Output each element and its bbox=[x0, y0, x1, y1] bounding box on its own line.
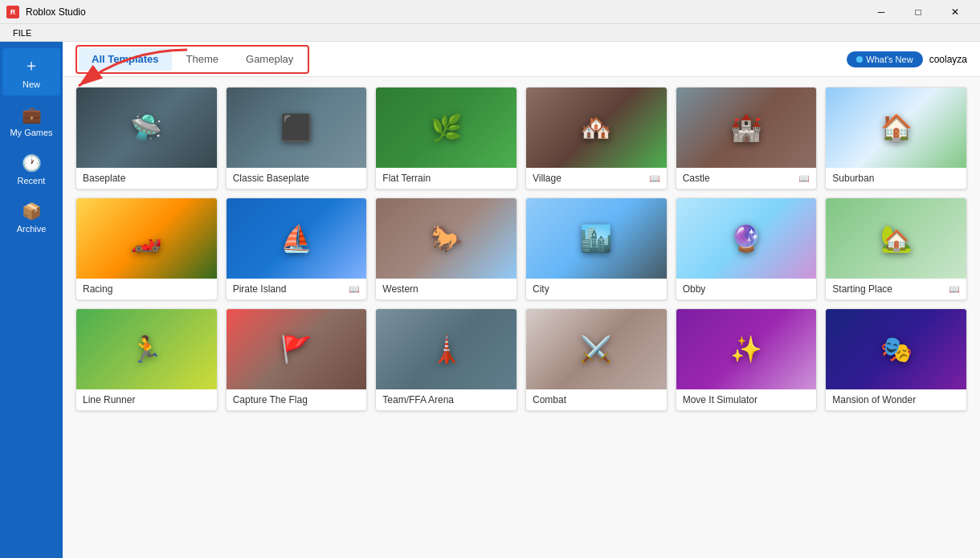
template-label-western: Western bbox=[376, 279, 517, 299]
template-name-city: City bbox=[533, 283, 549, 295]
app-title: Roblox Studio bbox=[26, 6, 86, 18]
template-label-combat: Combat bbox=[526, 389, 667, 410]
template-card-line-runner[interactable]: 🏃 Line Runner bbox=[76, 308, 218, 411]
sidebar-item-archive[interactable]: 📦 Archive bbox=[2, 195, 60, 240]
template-label-move-it-simulator: Move It Simulator bbox=[676, 389, 817, 410]
template-thumb-team-ffa-arena: 🗼 bbox=[376, 309, 517, 389]
template-thumb-line-runner: 🏃 bbox=[76, 309, 217, 389]
template-label-pirate-island: Pirate Island 📖 bbox=[227, 279, 367, 299]
template-name-team-ffa-arena: Team/FFA Arena bbox=[382, 394, 454, 405]
template-label-baseplate: Baseplate bbox=[76, 168, 217, 189]
template-thumb-move-it-simulator: ✨ bbox=[676, 309, 817, 389]
book-icon: 📖 bbox=[798, 173, 810, 184]
close-button[interactable]: ✕ bbox=[937, 0, 974, 24]
template-card-classic-baseplate[interactable]: ⬛ Classic Baseplate bbox=[226, 87, 368, 189]
template-thumb-capture-the-flag: 🚩 bbox=[227, 309, 367, 389]
template-label-flat-terrain: Flat Terrain bbox=[376, 168, 517, 189]
sidebar: ＋ New 💼 My Games 🕐 Recent 📦 Archive bbox=[0, 42, 63, 558]
user-info-bar: What's New coolayza bbox=[847, 51, 967, 67]
template-label-city: City bbox=[526, 279, 667, 299]
template-name-castle: Castle bbox=[683, 173, 710, 184]
tabs-container: All Templates Theme Gameplay bbox=[76, 45, 309, 74]
template-name-mansion-of-wonder: Mansion of Wonder bbox=[832, 394, 916, 405]
content-area: All Templates Theme Gameplay What's New … bbox=[63, 42, 980, 558]
file-menu[interactable]: FILE bbox=[6, 28, 38, 38]
sidebar-item-recent[interactable]: 🕐 Recent bbox=[2, 147, 60, 192]
template-thumb-suburban: 🏠 bbox=[826, 88, 966, 168]
template-card-combat[interactable]: ⚔️ Combat bbox=[525, 308, 668, 411]
template-label-starting-place: Starting Place 📖 bbox=[826, 279, 966, 299]
template-thumb-mansion-of-wonder: 🎭 bbox=[826, 309, 966, 389]
template-thumb-city: 🏙️ bbox=[526, 198, 667, 279]
template-card-flat-terrain[interactable]: 🌿 Flat Terrain bbox=[375, 87, 517, 189]
template-name-move-it-simulator: Move It Simulator bbox=[683, 394, 757, 405]
tab-gameplay[interactable]: Gameplay bbox=[233, 48, 306, 71]
template-card-move-it-simulator[interactable]: ✨ Move It Simulator bbox=[676, 308, 818, 411]
template-label-village: Village 📖 bbox=[526, 168, 667, 189]
template-label-racing: Racing bbox=[76, 279, 217, 299]
username-label: coolayza bbox=[929, 54, 967, 65]
sidebar-item-recent-label: Recent bbox=[18, 176, 46, 185]
template-card-capture-the-flag[interactable]: 🚩 Capture The Flag bbox=[226, 308, 368, 411]
template-card-racing[interactable]: 🏎️ Racing bbox=[76, 198, 218, 300]
sidebar-item-new[interactable]: ＋ New bbox=[2, 48, 60, 96]
book-icon: 📖 bbox=[349, 284, 360, 295]
template-card-baseplate[interactable]: 🛸 Baseplate bbox=[76, 87, 218, 189]
template-thumb-village: 🏘️ bbox=[526, 88, 667, 168]
template-name-starting-place: Starting Place bbox=[832, 283, 892, 295]
template-name-pirate-island: Pirate Island bbox=[233, 283, 287, 295]
template-label-team-ffa-arena: Team/FFA Arena bbox=[376, 389, 517, 410]
minimize-button[interactable]: ─ bbox=[863, 0, 900, 24]
template-card-village[interactable]: 🏘️ Village 📖 bbox=[525, 87, 668, 189]
template-name-western: Western bbox=[382, 283, 418, 295]
archive-icon: 📦 bbox=[22, 202, 42, 221]
template-card-city[interactable]: 🏙️ City bbox=[525, 198, 668, 300]
whats-new-label: What's New bbox=[866, 55, 913, 64]
templates-grid: 🛸 Baseplate ⬛ Classic Baseplate 🌿 Flat T… bbox=[63, 77, 980, 558]
template-label-line-runner: Line Runner bbox=[76, 389, 217, 410]
template-card-starting-place[interactable]: 🏡 Starting Place 📖 bbox=[825, 198, 967, 300]
template-label-castle: Castle 📖 bbox=[676, 168, 817, 189]
sidebar-item-my-games-label: My Games bbox=[10, 128, 52, 137]
template-card-suburban[interactable]: 🏠 Suburban bbox=[825, 87, 967, 189]
template-thumb-castle: 🏰 bbox=[676, 88, 817, 168]
book-icon: 📖 bbox=[949, 284, 960, 295]
template-name-line-runner: Line Runner bbox=[83, 394, 135, 405]
sidebar-item-my-games[interactable]: 💼 My Games bbox=[2, 99, 60, 144]
template-thumb-classic-baseplate: ⬛ bbox=[227, 88, 367, 168]
template-thumb-flat-terrain: 🌿 bbox=[376, 88, 517, 168]
template-name-combat: Combat bbox=[533, 394, 566, 405]
maximize-button[interactable]: □ bbox=[900, 0, 937, 24]
book-icon: 📖 bbox=[649, 173, 660, 184]
template-card-team-ffa-arena[interactable]: 🗼 Team/FFA Arena bbox=[375, 308, 517, 411]
title-bar: R Roblox Studio ─ □ ✕ bbox=[0, 0, 980, 24]
games-icon: 💼 bbox=[22, 105, 42, 124]
tab-all-templates[interactable]: All Templates bbox=[79, 48, 172, 71]
template-name-suburban: Suburban bbox=[832, 173, 874, 184]
app-layout: ＋ New 💼 My Games 🕐 Recent 📦 Archive All … bbox=[0, 42, 980, 558]
template-name-flat-terrain: Flat Terrain bbox=[382, 173, 431, 184]
template-card-obby[interactable]: 🔮 Obby bbox=[676, 198, 818, 300]
template-thumb-obby: 🔮 bbox=[676, 198, 817, 279]
template-thumb-racing: 🏎️ bbox=[76, 198, 217, 279]
template-name-racing: Racing bbox=[83, 283, 112, 295]
template-card-western[interactable]: 🐎 Western bbox=[375, 198, 517, 300]
template-card-pirate-island[interactable]: ⛵ Pirate Island 📖 bbox=[226, 198, 368, 300]
template-card-castle[interactable]: 🏰 Castle 📖 bbox=[676, 87, 818, 189]
clock-icon: 🕐 bbox=[22, 153, 42, 173]
template-card-mansion-of-wonder[interactable]: 🎭 Mansion of Wonder bbox=[825, 308, 967, 411]
sidebar-item-new-label: New bbox=[22, 79, 40, 89]
template-thumb-baseplate: 🛸 bbox=[76, 88, 217, 168]
menu-bar: FILE bbox=[0, 24, 980, 42]
template-thumb-starting-place: 🏡 bbox=[826, 198, 966, 279]
top-bar: All Templates Theme Gameplay What's New … bbox=[63, 42, 980, 77]
template-label-suburban: Suburban bbox=[826, 168, 966, 189]
template-label-obby: Obby bbox=[676, 279, 817, 299]
template-thumb-pirate-island: ⛵ bbox=[227, 198, 367, 279]
tab-theme[interactable]: Theme bbox=[174, 48, 231, 71]
sidebar-item-archive-label: Archive bbox=[17, 224, 47, 234]
template-name-classic-baseplate: Classic Baseplate bbox=[233, 173, 309, 184]
template-name-village: Village bbox=[533, 173, 561, 184]
template-label-capture-the-flag: Capture The Flag bbox=[227, 389, 367, 410]
whats-new-button[interactable]: What's New bbox=[847, 51, 922, 67]
